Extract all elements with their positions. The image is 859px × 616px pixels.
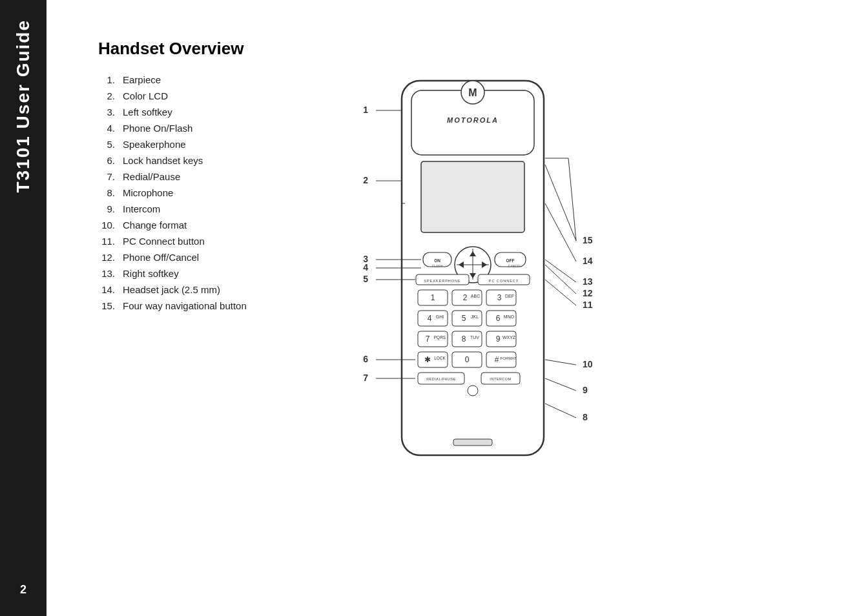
- page-title: Handset Overview: [98, 39, 833, 59]
- list-item-number: 4.: [98, 123, 123, 134]
- svg-text:TUV: TUV: [470, 335, 479, 340]
- svg-text:MNO: MNO: [504, 314, 515, 319]
- list-item-number: 13.: [98, 268, 123, 279]
- svg-text:ON: ON: [434, 258, 440, 263]
- svg-text:4: 4: [428, 314, 432, 323]
- list-item-number: 9.: [98, 203, 123, 214]
- svg-text:6: 6: [496, 314, 501, 323]
- svg-text:9: 9: [496, 334, 501, 344]
- list-item-label: PC Connect button: [123, 236, 205, 247]
- svg-line-95: [568, 158, 576, 241]
- svg-text:8: 8: [583, 412, 588, 422]
- svg-text:6: 6: [363, 354, 368, 364]
- svg-text:7: 7: [363, 373, 368, 383]
- list-item: 8.Microphone: [98, 187, 305, 198]
- list-item: 10.Change format: [98, 220, 305, 231]
- svg-text:M: M: [468, 87, 477, 98]
- list-item: 15.Four way navigational button: [98, 300, 305, 311]
- list-item-number: 5.: [98, 139, 123, 150]
- main-content: Handset Overview 1.Earpiece2.Color LCD3.…: [47, 0, 859, 616]
- svg-text:10: 10: [583, 359, 593, 369]
- svg-text:8: 8: [462, 334, 466, 344]
- list-item-label: Left softkey: [123, 107, 172, 118]
- list-item-number: 3.: [98, 107, 123, 118]
- list-item: 11.PC Connect button: [98, 236, 305, 247]
- svg-text:ABC: ABC: [471, 294, 480, 298]
- svg-text:13: 13: [583, 276, 593, 287]
- list-item-label: Phone Off/Cancel: [123, 252, 199, 263]
- svg-line-88: [545, 260, 576, 282]
- page-number: 2: [20, 583, 26, 597]
- svg-text:OFF: OFF: [506, 258, 515, 263]
- list-item-number: 1.: [98, 74, 123, 85]
- list-item-number: 15.: [98, 300, 123, 311]
- svg-text:REDIAL/PAUSE: REDIAL/PAUSE: [426, 377, 456, 381]
- svg-text:9: 9: [583, 385, 588, 395]
- list-item-label: Microphone: [123, 187, 173, 198]
- list-item-label: Headset jack (2.5 mm): [123, 284, 220, 295]
- svg-text:1: 1: [431, 293, 435, 302]
- list-item-number: 12.: [98, 252, 123, 263]
- svg-text:#: #: [495, 355, 499, 364]
- svg-text:5: 5: [462, 314, 466, 323]
- svg-point-59: [468, 385, 478, 396]
- svg-text:2: 2: [463, 293, 468, 302]
- list-item-number: 14.: [98, 284, 123, 295]
- svg-text:3: 3: [497, 293, 502, 302]
- svg-text:15: 15: [583, 235, 593, 245]
- svg-text:INTERCOM: INTERCOM: [490, 377, 511, 381]
- list-item-number: 10.: [98, 220, 123, 231]
- svg-text:JKL: JKL: [471, 314, 479, 319]
- sidebar-title: T3101 User Guide: [13, 19, 34, 193]
- svg-text:CANCEL: CANCEL: [508, 264, 522, 268]
- list-item-label: Redial/Pause: [123, 171, 180, 182]
- svg-line-92: [545, 165, 576, 241]
- list-item: 9.Intercom: [98, 203, 305, 214]
- list-item: 6.Lock handset keys: [98, 155, 305, 166]
- svg-text:2: 2: [363, 175, 368, 185]
- svg-text:PC CONNECT: PC CONNECT: [489, 279, 519, 283]
- svg-text:12: 12: [583, 288, 593, 298]
- list-item-label: Four way navigational button: [123, 300, 247, 311]
- svg-text:1: 1: [363, 105, 368, 115]
- list-item-label: Color LCD: [123, 90, 168, 101]
- svg-text:0: 0: [465, 355, 470, 364]
- list-item-number: 2.: [98, 90, 123, 101]
- svg-line-82: [545, 360, 576, 365]
- list-item-label: Earpiece: [123, 74, 161, 85]
- svg-text:DEF: DEF: [505, 294, 514, 298]
- list-item: 13.Right softkey: [98, 268, 305, 279]
- list-item: 7.Redial/Pause: [98, 171, 305, 182]
- sidebar: T3101 User Guide 2: [0, 0, 47, 616]
- svg-text:5: 5: [363, 274, 368, 284]
- list-item: 3.Left softkey: [98, 107, 305, 118]
- svg-line-84: [545, 280, 576, 305]
- list-item-label: Phone On/Flash: [123, 123, 192, 134]
- svg-rect-62: [453, 439, 492, 446]
- svg-text:✱: ✱: [424, 355, 431, 364]
- list-item-number: 8.: [98, 187, 123, 198]
- svg-text:7: 7: [426, 334, 430, 344]
- two-column-layout: 1.Earpiece2.Color LCD3.Left softkey4.Pho…: [98, 74, 833, 462]
- svg-line-78: [545, 404, 576, 418]
- svg-text:GHI: GHI: [436, 314, 444, 319]
- list-item-number: 7.: [98, 171, 123, 182]
- list-item-number: 11.: [98, 236, 123, 247]
- svg-text:LOCK: LOCK: [434, 356, 446, 360]
- phone-svg: MOTOROLA M: [344, 74, 654, 488]
- svg-text:4: 4: [363, 262, 368, 272]
- svg-rect-5: [421, 161, 524, 232]
- svg-line-80: [545, 378, 576, 391]
- list-item-label: Intercom: [123, 203, 160, 214]
- svg-line-86: [545, 265, 576, 294]
- list-item: 2.Color LCD: [98, 90, 305, 101]
- list-item-label: Right softkey: [123, 268, 179, 279]
- list-item-label: Speakerphone: [123, 139, 186, 150]
- list-item: 5.Speakerphone: [98, 139, 305, 150]
- item-list: 1.Earpiece2.Color LCD3.Left softkey4.Pho…: [98, 74, 305, 316]
- svg-text:14: 14: [583, 256, 593, 266]
- list-item-label: Lock handset keys: [123, 155, 203, 166]
- svg-text:FORMAT: FORMAT: [501, 356, 517, 360]
- phone-diagram: MOTOROLA M: [344, 74, 833, 462]
- svg-text:MOTOROLA: MOTOROLA: [447, 116, 499, 124]
